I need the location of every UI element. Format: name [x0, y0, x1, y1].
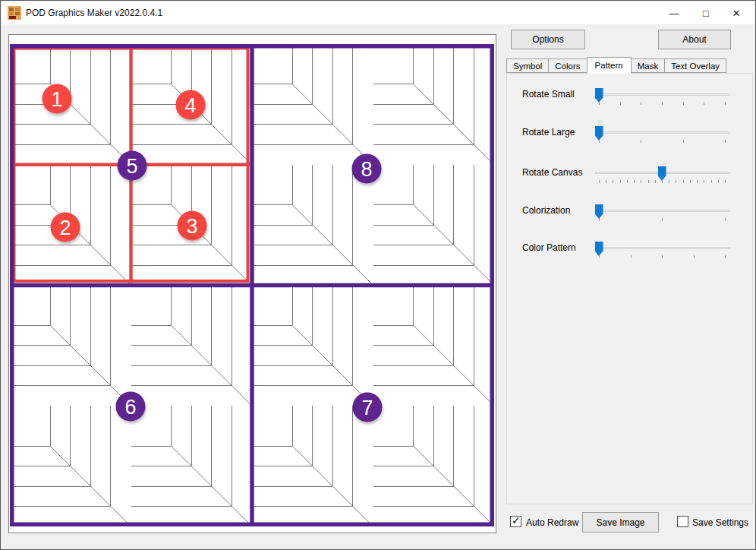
- tick-mark: [683, 140, 684, 143]
- tick-mark: [662, 102, 663, 105]
- color-pattern-label: Color Pattern: [522, 242, 576, 254]
- tick-mark: [655, 180, 656, 183]
- rotate-canvas-slider-thumb[interactable]: [658, 166, 666, 181]
- tick-mark: [725, 255, 726, 258]
- tick-mark: [683, 180, 684, 183]
- color-pattern-slider-track[interactable]: [595, 247, 730, 249]
- app-window: POD Graphics Maker v2022.0.4.1 — □ ✕ 123…: [0, 0, 756, 550]
- save-image-button[interactable]: Save Image: [582, 512, 659, 533]
- pattern-canvas: 12345678: [10, 44, 494, 526]
- rotate-canvas-label: Rotate Canvas: [522, 166, 582, 179]
- tick-mark: [697, 180, 698, 183]
- colorization-label: Colorization: [522, 204, 570, 217]
- rotate-small-slider-track[interactable]: [595, 93, 730, 96]
- marker-number: 5: [126, 155, 137, 178]
- rotate-large-slider-thumb[interactable]: [595, 126, 603, 141]
- tick-mark: [613, 180, 613, 183]
- tick-mark: [641, 140, 641, 143]
- auto-redraw-checkbox[interactable]: ✓: [510, 516, 521, 527]
- options-button[interactable]: Options: [511, 30, 585, 49]
- auto-redraw-label: Auto Redraw: [526, 517, 578, 529]
- marker-number: 2: [59, 217, 71, 239]
- tick-mark: [694, 255, 695, 258]
- tick-mark: [662, 218, 663, 221]
- tick-mark: [704, 180, 704, 183]
- tab-text-overlay[interactable]: Text Overlay: [664, 58, 726, 73]
- save-settings-label: Save Settings: [692, 517, 748, 529]
- tick-mark: [704, 102, 704, 105]
- tick-mark: [620, 180, 621, 183]
- tick-mark: [634, 180, 635, 183]
- pattern-tab-page: Rotate SmallRotate LargeRotate CanvasCol…: [506, 73, 753, 504]
- rotate-large-slider-track[interactable]: [595, 131, 730, 134]
- tick-mark: [711, 180, 712, 183]
- save-settings-checkbox[interactable]: ✓: [677, 516, 688, 527]
- colorization-slider-track[interactable]: [595, 210, 730, 212]
- colorization-slider-thumb[interactable]: [595, 204, 603, 219]
- window-title: POD Graphics Maker v2022.0.4.1: [26, 8, 162, 18]
- close-button[interactable]: ✕: [721, 2, 751, 24]
- title-bar: POD Graphics Maker v2022.0.4.1 — □ ✕: [2, 2, 754, 24]
- tick-mark: [599, 180, 600, 183]
- marker-number: 3: [186, 215, 197, 238]
- tick-mark: [725, 102, 726, 105]
- tick-mark: [725, 140, 726, 143]
- color-pattern-slider-thumb[interactable]: [595, 242, 603, 256]
- tab-strip: SymbolColorsPatternMaskText Overlay: [506, 57, 726, 74]
- about-button[interactable]: About: [658, 30, 731, 49]
- tick-mark: [725, 180, 726, 183]
- marker-number: 7: [361, 397, 373, 419]
- marker-number: 4: [184, 94, 196, 117]
- tab-colors[interactable]: Colors: [548, 58, 587, 73]
- tick-mark: [676, 180, 676, 183]
- tick-mark: [627, 180, 628, 183]
- maximize-button[interactable]: □: [691, 2, 721, 24]
- tab-pattern[interactable]: Pattern: [587, 57, 632, 74]
- preview-panel[interactable]: 12345678: [8, 34, 496, 533]
- rotate-small-slider-thumb[interactable]: [595, 88, 603, 103]
- marker-number: 1: [51, 88, 62, 111]
- app-icon: [8, 6, 21, 20]
- tick-mark: [683, 102, 684, 105]
- tick-mark: [641, 180, 641, 183]
- tick-mark: [641, 102, 641, 105]
- tab-mask[interactable]: Mask: [631, 58, 665, 73]
- rotate-large-label: Rotate Large: [522, 126, 575, 138]
- tick-mark: [690, 180, 691, 183]
- tick-mark: [662, 255, 663, 258]
- tick-mark: [631, 255, 632, 258]
- tick-mark: [669, 180, 669, 183]
- tick-mark: [718, 180, 719, 183]
- marker-number: 6: [124, 396, 136, 419]
- tab-symbol[interactable]: Symbol: [506, 58, 549, 73]
- tick-mark: [648, 180, 649, 183]
- tick-mark: [620, 102, 621, 105]
- tick-mark: [725, 218, 726, 221]
- tick-mark: [606, 180, 606, 183]
- check-icon: ✓: [512, 514, 521, 526]
- marker-number: 8: [361, 158, 372, 181]
- minimize-button[interactable]: —: [659, 2, 689, 24]
- rotate-small-label: Rotate Small: [522, 88, 575, 100]
